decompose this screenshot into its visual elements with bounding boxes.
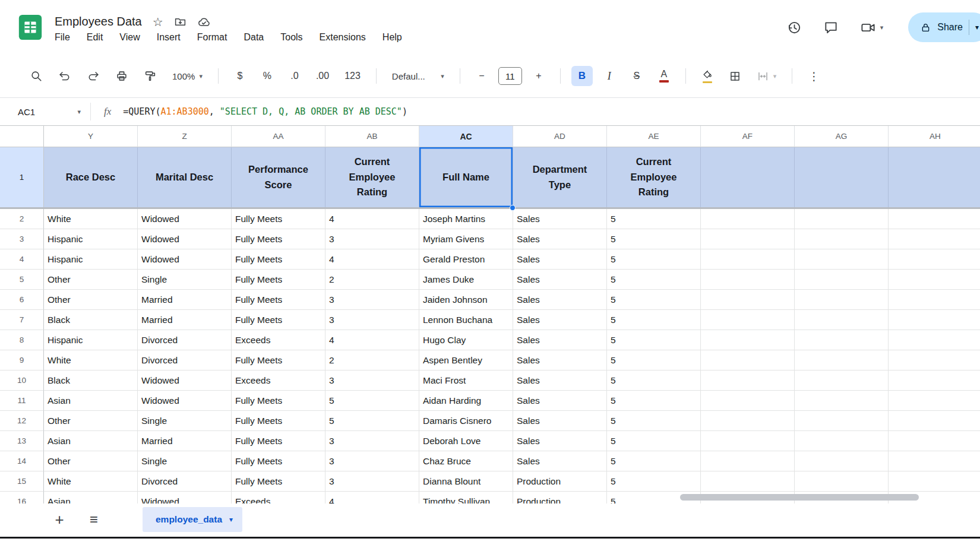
menu-tools[interactable]: Tools: [280, 32, 302, 43]
cell-AA11[interactable]: Fully Meets: [232, 391, 325, 411]
search-icon[interactable]: [25, 66, 48, 86]
cell-AB9[interactable]: 2: [325, 350, 419, 370]
column-header-Y[interactable]: Y: [44, 126, 138, 147]
cell-Y6[interactable]: Other: [44, 290, 138, 310]
cell-AC11[interactable]: Aidan Harding: [419, 391, 513, 411]
cell-AF15[interactable]: [701, 471, 795, 492]
cell-AA5[interactable]: Fully Meets: [232, 270, 325, 290]
comments-icon[interactable]: [823, 20, 839, 35]
cell-AD5[interactable]: Sales: [513, 270, 607, 290]
cell-AD4[interactable]: Sales: [513, 249, 607, 270]
format-percent-button[interactable]: %: [257, 66, 278, 86]
cell-AD9[interactable]: Sales: [513, 350, 607, 370]
cell-AC8[interactable]: Hugo Clay: [419, 330, 513, 350]
cell-AC14[interactable]: Chaz Bruce: [419, 451, 513, 471]
add-sheet-button[interactable]: +: [48, 508, 71, 531]
cell-AD12[interactable]: Sales: [513, 411, 607, 431]
cell-AD16[interactable]: Production: [513, 492, 607, 504]
cell-AH13[interactable]: [889, 431, 980, 451]
cell-AC1[interactable]: Full Name: [419, 147, 513, 207]
cell-AE7[interactable]: 5: [607, 310, 701, 330]
column-header-AD[interactable]: AD: [513, 126, 607, 147]
menu-insert[interactable]: Insert: [157, 32, 181, 43]
cell-AH9[interactable]: [889, 350, 980, 370]
cell-AF10[interactable]: [701, 370, 795, 391]
cell-AG11[interactable]: [795, 391, 889, 411]
cell-AG6[interactable]: [795, 290, 889, 310]
cell-Y1[interactable]: Race Desc: [44, 147, 138, 207]
cell-Z3[interactable]: Widowed: [138, 229, 232, 249]
cell-AB5[interactable]: 2: [325, 270, 419, 290]
cell-Y14[interactable]: Other: [44, 451, 138, 471]
sheet-tab-menu-icon[interactable]: ▾: [229, 516, 233, 523]
sheet-tab-employee-data[interactable]: employee_data ▾: [143, 507, 242, 532]
version-history-icon[interactable]: [786, 20, 802, 35]
row-header-6[interactable]: 6: [0, 290, 44, 310]
cell-AE2[interactable]: 5: [607, 209, 701, 229]
cell-AC2[interactable]: Joseph Martins: [419, 209, 513, 229]
cell-AE1[interactable]: Current Employee Rating: [607, 147, 701, 207]
row-header-3[interactable]: 3: [0, 229, 44, 249]
cell-AB13[interactable]: 3: [325, 431, 419, 451]
all-sheets-icon[interactable]: ≡: [82, 508, 106, 531]
cell-AF8[interactable]: [701, 330, 795, 350]
menu-data[interactable]: Data: [244, 32, 264, 43]
cell-AA7[interactable]: Fully Meets: [232, 310, 325, 330]
star-icon[interactable]: ☆: [153, 15, 163, 29]
cell-AG7[interactable]: [795, 310, 889, 330]
cell-Z10[interactable]: Widowed: [138, 370, 232, 391]
cell-AH14[interactable]: [889, 451, 980, 471]
cell-AH11[interactable]: [889, 391, 980, 411]
cell-AC16[interactable]: Timothy Sullivan: [419, 492, 513, 504]
cell-Z14[interactable]: Single: [138, 451, 232, 471]
cell-AC10[interactable]: Maci Frost: [419, 370, 513, 391]
cell-AB6[interactable]: 3: [325, 290, 419, 310]
cell-Z8[interactable]: Divorced: [138, 330, 232, 350]
row-header-10[interactable]: 10: [0, 370, 44, 391]
cell-AH5[interactable]: [889, 270, 980, 290]
cell-AB10[interactable]: 3: [325, 370, 419, 391]
cell-AE9[interactable]: 5: [607, 350, 701, 370]
cell-AE8[interactable]: 5: [607, 330, 701, 350]
cell-Y2[interactable]: White: [44, 209, 138, 229]
row-header-15[interactable]: 15: [0, 471, 44, 492]
column-header-AF[interactable]: AF: [701, 126, 795, 147]
cell-AD2[interactable]: Sales: [513, 209, 607, 229]
cell-Z12[interactable]: Single: [138, 411, 232, 431]
cell-AE4[interactable]: 5: [607, 249, 701, 270]
strikethrough-button[interactable]: S: [626, 66, 647, 86]
row-header-13[interactable]: 13: [0, 431, 44, 451]
cell-Y12[interactable]: Other: [44, 411, 138, 431]
cell-AC13[interactable]: Deborah Love: [419, 431, 513, 451]
cell-AG15[interactable]: [795, 471, 889, 492]
menu-edit[interactable]: Edit: [87, 32, 103, 43]
cell-AE12[interactable]: 5: [607, 411, 701, 431]
cell-AG10[interactable]: [795, 370, 889, 391]
row-header-5[interactable]: 5: [0, 270, 44, 290]
cloud-saved-icon[interactable]: [197, 15, 210, 28]
more-toolbar-options-button[interactable]: ⋮: [803, 66, 824, 86]
cell-AD6[interactable]: Sales: [513, 290, 607, 310]
cell-AB2[interactable]: 4: [325, 209, 419, 229]
fill-color-icon[interactable]: [697, 66, 718, 86]
cell-AD1[interactable]: Department Type: [513, 147, 607, 207]
cell-AB7[interactable]: 3: [325, 310, 419, 330]
cell-AF1[interactable]: [701, 147, 795, 207]
cell-Y3[interactable]: Hispanic: [44, 229, 138, 249]
cell-AB4[interactable]: 4: [325, 249, 419, 270]
menu-file[interactable]: File: [55, 32, 70, 43]
cell-AE6[interactable]: 5: [607, 290, 701, 310]
cell-Y16[interactable]: Asian: [44, 492, 138, 504]
cell-AF13[interactable]: [701, 431, 795, 451]
cell-AF5[interactable]: [701, 270, 795, 290]
cell-Z6[interactable]: Married: [138, 290, 232, 310]
share-dropdown-icon[interactable]: ▾: [975, 24, 979, 31]
cell-AF12[interactable]: [701, 411, 795, 431]
cell-AC3[interactable]: Myriam Givens: [419, 229, 513, 249]
cell-Y15[interactable]: White: [44, 471, 138, 492]
row-header-14[interactable]: 14: [0, 451, 44, 471]
horizontal-scrollbar[interactable]: [680, 494, 919, 501]
cell-AD11[interactable]: Sales: [513, 391, 607, 411]
row-header-8[interactable]: 8: [0, 330, 44, 350]
cell-Z4[interactable]: Widowed: [138, 249, 232, 270]
